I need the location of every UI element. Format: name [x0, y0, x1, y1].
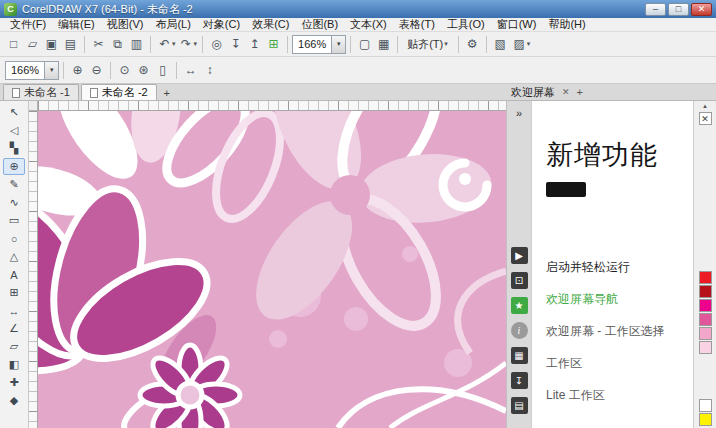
maximize-button[interactable]: □	[668, 3, 689, 16]
color-swatch-light-pink[interactable]	[699, 327, 712, 340]
menu-table[interactable]: 表格(T)	[393, 17, 441, 32]
menu-edit[interactable]: 编辑(E)	[52, 17, 101, 32]
zoom-levels-value: 166%	[6, 64, 44, 76]
toolbar-separator	[458, 36, 459, 53]
menu-effects[interactable]: 效果(C)	[246, 17, 295, 32]
artistic-media-tool[interactable]: ∿	[3, 194, 25, 211]
get-started-play-icon[interactable]: ▶	[511, 247, 528, 264]
cut-icon[interactable]: ✂	[89, 35, 108, 54]
color-swatch-pale-pink[interactable]	[699, 341, 712, 354]
palettes-dropdown-icon[interactable]: ▾	[527, 40, 531, 48]
redo-dropdown-icon[interactable]: ▾	[194, 40, 198, 48]
zoom-in-icon[interactable]: ⊕	[68, 61, 87, 80]
undo-dropdown-icon[interactable]: ▾	[172, 40, 176, 48]
new-document-icon[interactable]: □	[4, 35, 23, 54]
menu-tools[interactable]: 工具(O)	[441, 17, 491, 32]
transparency-tool[interactable]: ◧	[3, 356, 25, 373]
link-lite-workspace[interactable]: Lite 工作区	[546, 387, 685, 404]
horizontal-ruler[interactable]	[38, 101, 506, 111]
zoom-levels-combo[interactable]: 166% ▾	[5, 61, 59, 80]
menu-window[interactable]: 窗口(W)	[491, 17, 543, 32]
menu-view[interactable]: 视图(V)	[101, 17, 150, 32]
zoom-all-objects-icon[interactable]: ⊛	[134, 61, 153, 80]
app-launcher-icon[interactable]: ⊞	[264, 35, 283, 54]
no-color-swatch[interactable]: ✕	[699, 112, 712, 125]
dimension-tool[interactable]: ↔	[3, 302, 25, 319]
color-swatch-dark-red[interactable]	[699, 285, 712, 298]
fullscreen-preview-icon[interactable]: ▢	[355, 35, 374, 54]
print-icon[interactable]: ▤	[61, 35, 80, 54]
chevron-down-icon[interactable]: ▾	[331, 36, 345, 53]
new-features-screen-icon[interactable]: ⊡	[511, 272, 528, 289]
docker-collapse-icon[interactable]: »	[516, 107, 522, 119]
ellipse-tool[interactable]: ○	[3, 230, 25, 247]
zoom-page-width-icon[interactable]: ↔	[181, 61, 200, 80]
color-swatch-red[interactable]	[699, 271, 712, 284]
rectangle-tool[interactable]: ▭	[3, 212, 25, 229]
chevron-down-icon[interactable]: ▾	[44, 62, 58, 79]
copy-icon[interactable]: ⧉	[108, 35, 127, 54]
workspace-star-icon[interactable]: ★	[511, 297, 528, 314]
close-button[interactable]: ✕	[691, 3, 712, 16]
ruler-origin[interactable]	[29, 101, 38, 111]
link-get-started[interactable]: 启动并轻松运行	[546, 259, 685, 276]
updates-download-icon[interactable]: ↧	[511, 372, 528, 389]
search-icon[interactable]: ◎	[207, 35, 226, 54]
zoom-out-icon[interactable]: ⊖	[87, 61, 106, 80]
document-tab-1[interactable]: 未命名 -1	[3, 84, 79, 100]
dockers-icon[interactable]: ▧	[491, 35, 510, 54]
table-tool[interactable]: ⊞	[3, 284, 25, 301]
menu-help[interactable]: 帮助(H)	[542, 17, 591, 32]
drawing-canvas[interactable]	[38, 111, 506, 428]
zoom-to-page-icon[interactable]: ▯	[153, 61, 172, 80]
menu-bitmaps[interactable]: 位图(B)	[295, 17, 344, 32]
menu-text[interactable]: 文本(X)	[344, 17, 393, 32]
info-icon[interactable]: i	[511, 322, 528, 339]
learning-book-icon[interactable]: ▤	[511, 397, 528, 414]
connector-tool[interactable]: ∠	[3, 320, 25, 337]
eyedropper-tool[interactable]: ✚	[3, 374, 25, 391]
shape-tool[interactable]: ◁	[3, 122, 25, 139]
save-icon[interactable]: ▣	[42, 35, 61, 54]
paste-icon[interactable]: ▥	[127, 35, 146, 54]
welcome-screen-tab[interactable]: 欢迎屏幕	[511, 85, 555, 100]
freehand-tool[interactable]: ✎	[3, 176, 25, 193]
title-bar[interactable]: C CorelDRAW X7 (64-Bit) - 未命名 -2 – □ ✕	[0, 0, 716, 18]
docker-add-icon[interactable]: +	[577, 86, 583, 98]
color-swatch-yellow[interactable]	[699, 413, 712, 426]
crop-tool[interactable]: ▚	[3, 140, 25, 157]
polygon-tool[interactable]: △	[3, 248, 25, 265]
zoom-selected-icon[interactable]: ⊙	[115, 61, 134, 80]
snap-to-button[interactable]: 贴齐(T) ▾	[402, 35, 454, 54]
zoom-level-combo[interactable]: 166% ▾	[292, 35, 346, 54]
zoom-tool[interactable]: ⊕	[3, 158, 25, 175]
color-swatch-white[interactable]	[699, 399, 712, 412]
new-tab-button[interactable]: +	[159, 85, 175, 100]
menu-file[interactable]: 文件(F)	[4, 17, 52, 32]
zoom-page-height-icon[interactable]: ↕	[200, 61, 219, 80]
palette-scroll-up-icon[interactable]: ▲	[702, 103, 708, 111]
menu-layout[interactable]: 布局(L)	[149, 17, 196, 32]
drop-shadow-tool[interactable]: ▱	[3, 338, 25, 355]
menu-object[interactable]: 对象(C)	[197, 17, 246, 32]
link-welcome-navigation[interactable]: 欢迎屏幕导航	[546, 291, 685, 308]
export-icon[interactable]: ↥	[245, 35, 264, 54]
color-swatch-magenta[interactable]	[699, 299, 712, 312]
open-icon[interactable]: ▱	[23, 35, 42, 54]
docker-close-icon[interactable]: ✕	[562, 87, 570, 97]
interactive-fill-tool[interactable]: ◆	[3, 392, 25, 409]
options-gear-icon[interactable]: ⚙	[463, 35, 482, 54]
minimize-button[interactable]: –	[645, 3, 666, 16]
show-rulers-icon[interactable]: ▦	[374, 35, 393, 54]
link-workspace[interactable]: 工作区	[546, 355, 685, 372]
pick-tool[interactable]: ↖	[3, 104, 25, 121]
color-swatch-pink[interactable]	[699, 313, 712, 326]
color-palette: ▲ ✕	[693, 101, 716, 428]
document-tab-2[interactable]: 未命名 -2	[81, 84, 157, 100]
text-tool[interactable]: A	[3, 266, 25, 283]
toolbar-separator	[202, 36, 203, 53]
import-icon[interactable]: ↧	[226, 35, 245, 54]
link-workspace-selection[interactable]: 欢迎屏幕 - 工作区选择	[546, 323, 685, 340]
vertical-ruler[interactable]	[29, 111, 38, 428]
gallery-grid-icon[interactable]: ▦	[511, 347, 528, 364]
